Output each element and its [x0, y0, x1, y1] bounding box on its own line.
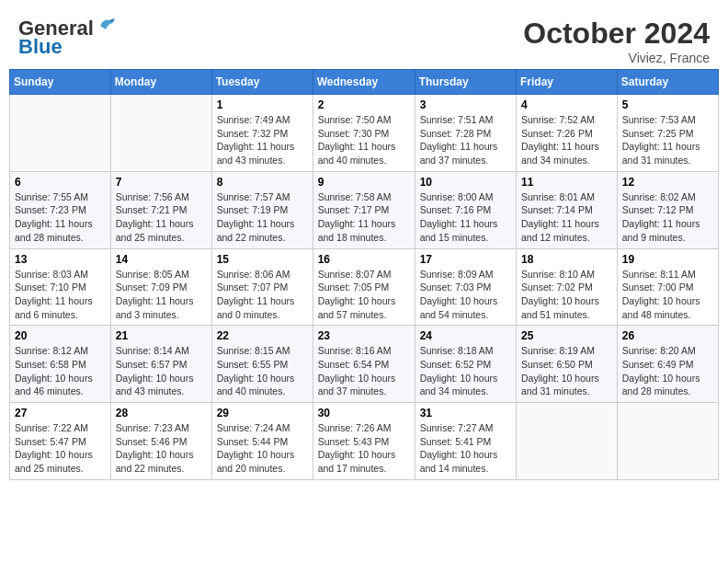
day-info: Sunrise: 8:09 AM Sunset: 7:03 PM Dayligh… — [420, 268, 511, 322]
table-row — [110, 95, 211, 172]
day-info: Sunrise: 7:50 AM Sunset: 7:30 PM Dayligh… — [318, 113, 410, 167]
table-row: 6Sunrise: 7:55 AM Sunset: 7:23 PM Daylig… — [10, 171, 111, 248]
day-info: Sunrise: 8:19 AM Sunset: 6:50 PM Dayligh… — [521, 344, 612, 398]
day-number: 1 — [217, 98, 308, 111]
day-number: 19 — [622, 253, 713, 266]
table-row: 12Sunrise: 8:02 AM Sunset: 7:12 PM Dayli… — [617, 171, 718, 248]
table-row: 18Sunrise: 8:10 AM Sunset: 7:02 PM Dayli… — [517, 248, 618, 326]
month-title: October 2024 — [523, 17, 710, 51]
table-row: 7Sunrise: 7:56 AM Sunset: 7:21 PM Daylig… — [110, 171, 211, 248]
table-row: 22Sunrise: 8:15 AM Sunset: 6:55 PM Dayli… — [211, 326, 313, 403]
logo-blue-text: Blue — [18, 35, 63, 59]
day-number: 7 — [116, 176, 207, 189]
day-info: Sunrise: 8:10 AM Sunset: 7:02 PM Dayligh… — [521, 268, 612, 322]
col-monday: Monday — [110, 70, 211, 95]
day-number: 13 — [15, 253, 106, 266]
day-info: Sunrise: 8:01 AM Sunset: 7:14 PM Dayligh… — [521, 190, 612, 245]
day-info: Sunrise: 8:14 AM Sunset: 6:57 PM Dayligh… — [116, 344, 207, 398]
day-number: 2 — [318, 98, 410, 111]
day-info: Sunrise: 8:00 AM Sunset: 7:16 PM Dayligh… — [420, 190, 511, 245]
day-info: Sunrise: 7:56 AM Sunset: 7:21 PM Dayligh… — [116, 190, 207, 245]
day-number: 4 — [521, 98, 612, 111]
day-number: 18 — [521, 253, 612, 266]
day-info: Sunrise: 7:58 AM Sunset: 7:17 PM Dayligh… — [318, 190, 410, 245]
day-info: Sunrise: 8:02 AM Sunset: 7:12 PM Dayligh… — [622, 190, 713, 245]
day-info: Sunrise: 8:12 AM Sunset: 6:58 PM Dayligh… — [15, 344, 106, 398]
day-info: Sunrise: 7:52 AM Sunset: 7:26 PM Dayligh… — [521, 113, 612, 167]
table-row: 23Sunrise: 8:16 AM Sunset: 6:54 PM Dayli… — [313, 326, 415, 403]
day-number: 6 — [15, 176, 106, 189]
col-sunday: Sunday — [10, 70, 111, 95]
day-number: 17 — [420, 253, 511, 266]
day-info: Sunrise: 8:18 AM Sunset: 6:52 PM Dayligh… — [420, 344, 511, 398]
location: Viviez, France — [523, 51, 710, 65]
day-number: 20 — [15, 329, 106, 342]
calendar-row-5: 27Sunrise: 7:22 AM Sunset: 5:47 PM Dayli… — [10, 403, 719, 480]
day-info: Sunrise: 7:24 AM Sunset: 5:44 PM Dayligh… — [217, 421, 308, 476]
day-info: Sunrise: 8:06 AM Sunset: 7:07 PM Dayligh… — [217, 268, 308, 322]
day-number: 8 — [217, 176, 308, 189]
day-number: 31 — [420, 407, 511, 419]
day-number: 21 — [116, 329, 207, 342]
table-row: 31Sunrise: 7:27 AM Sunset: 5:41 PM Dayli… — [415, 403, 516, 480]
table-row: 16Sunrise: 8:07 AM Sunset: 7:05 PM Dayli… — [313, 248, 415, 326]
day-number: 29 — [217, 407, 308, 419]
table-row: 21Sunrise: 8:14 AM Sunset: 6:57 PM Dayli… — [110, 326, 211, 403]
day-number: 22 — [217, 329, 308, 342]
col-tuesday: Tuesday — [211, 70, 313, 95]
table-row — [617, 403, 718, 480]
day-info: Sunrise: 7:27 AM Sunset: 5:41 PM Dayligh… — [420, 421, 511, 476]
table-row: 24Sunrise: 8:18 AM Sunset: 6:52 PM Dayli… — [415, 326, 516, 403]
day-number: 27 — [15, 407, 106, 419]
day-info: Sunrise: 8:20 AM Sunset: 6:49 PM Dayligh… — [622, 344, 713, 398]
table-row: 4Sunrise: 7:52 AM Sunset: 7:26 PM Daylig… — [517, 95, 618, 172]
calendar-row-3: 13Sunrise: 8:03 AM Sunset: 7:10 PM Dayli… — [10, 248, 719, 326]
calendar-row-2: 6Sunrise: 7:55 AM Sunset: 7:23 PM Daylig… — [10, 171, 719, 248]
day-info: Sunrise: 8:11 AM Sunset: 7:00 PM Dayligh… — [622, 268, 713, 322]
day-number: 3 — [420, 98, 511, 111]
day-number: 23 — [318, 329, 410, 342]
calendar-row-4: 20Sunrise: 8:12 AM Sunset: 6:58 PM Dayli… — [10, 326, 719, 403]
table-row: 20Sunrise: 8:12 AM Sunset: 6:58 PM Dayli… — [10, 326, 111, 403]
table-row: 30Sunrise: 7:26 AM Sunset: 5:43 PM Dayli… — [313, 403, 415, 480]
day-info: Sunrise: 8:03 AM Sunset: 7:10 PM Dayligh… — [15, 268, 106, 322]
day-info: Sunrise: 7:23 AM Sunset: 5:46 PM Dayligh… — [116, 421, 207, 476]
day-info: Sunrise: 8:07 AM Sunset: 7:05 PM Dayligh… — [318, 268, 410, 322]
day-number: 25 — [521, 329, 612, 342]
col-wednesday: Wednesday — [313, 70, 415, 95]
day-info: Sunrise: 7:53 AM Sunset: 7:25 PM Dayligh… — [622, 113, 713, 167]
title-block: October 2024 Viviez, France — [523, 17, 710, 65]
table-row: 19Sunrise: 8:11 AM Sunset: 7:00 PM Dayli… — [617, 248, 718, 326]
logo-bird-icon — [97, 17, 117, 33]
day-info: Sunrise: 7:57 AM Sunset: 7:19 PM Dayligh… — [217, 190, 308, 245]
table-row: 5Sunrise: 7:53 AM Sunset: 7:25 PM Daylig… — [617, 95, 718, 172]
table-row: 26Sunrise: 8:20 AM Sunset: 6:49 PM Dayli… — [617, 326, 718, 403]
day-info: Sunrise: 8:16 AM Sunset: 6:54 PM Dayligh… — [318, 344, 410, 398]
calendar-header-row: Sunday Monday Tuesday Wednesday Thursday… — [10, 70, 719, 95]
table-row: 9Sunrise: 7:58 AM Sunset: 7:17 PM Daylig… — [313, 171, 415, 248]
logo: General Blue — [18, 17, 117, 59]
day-info: Sunrise: 8:15 AM Sunset: 6:55 PM Dayligh… — [217, 344, 308, 398]
table-row: 1Sunrise: 7:49 AM Sunset: 7:32 PM Daylig… — [211, 95, 313, 172]
table-row: 13Sunrise: 8:03 AM Sunset: 7:10 PM Dayli… — [10, 248, 111, 326]
day-info: Sunrise: 7:49 AM Sunset: 7:32 PM Dayligh… — [217, 113, 308, 167]
day-info: Sunrise: 7:26 AM Sunset: 5:43 PM Dayligh… — [318, 421, 410, 476]
day-number: 26 — [622, 329, 713, 342]
day-number: 30 — [318, 407, 410, 419]
table-row: 28Sunrise: 7:23 AM Sunset: 5:46 PM Dayli… — [110, 403, 211, 480]
page-header: General Blue October 2024 Viviez, France — [9, 9, 719, 69]
day-number: 24 — [420, 329, 511, 342]
day-number: 16 — [318, 253, 410, 266]
day-info: Sunrise: 8:05 AM Sunset: 7:09 PM Dayligh… — [116, 268, 207, 322]
day-number: 15 — [217, 253, 308, 266]
table-row: 11Sunrise: 8:01 AM Sunset: 7:14 PM Dayli… — [517, 171, 618, 248]
table-row — [10, 95, 111, 172]
day-info: Sunrise: 7:22 AM Sunset: 5:47 PM Dayligh… — [15, 421, 106, 476]
table-row: 10Sunrise: 8:00 AM Sunset: 7:16 PM Dayli… — [415, 171, 516, 248]
col-saturday: Saturday — [617, 70, 718, 95]
day-number: 9 — [318, 176, 410, 189]
col-friday: Friday — [517, 70, 618, 95]
day-info: Sunrise: 7:55 AM Sunset: 7:23 PM Dayligh… — [15, 190, 106, 245]
calendar-table: Sunday Monday Tuesday Wednesday Thursday… — [9, 69, 719, 480]
day-number: 10 — [420, 176, 511, 189]
